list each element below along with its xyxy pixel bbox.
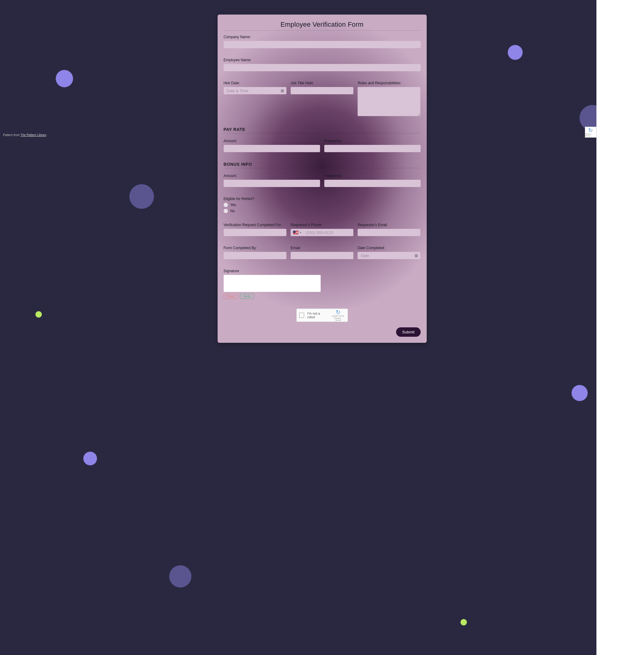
pay-frequency-field: Frequency: <box>324 139 421 152</box>
completed-by-field: Form Completed By: <box>224 246 286 259</box>
roles-field: Roles and Responsibilities: <box>358 81 420 117</box>
page-title: Employee Verification Form <box>224 21 421 28</box>
pay-frequency-input[interactable] <box>324 145 421 152</box>
company-name-field: Company Name: <box>224 35 421 48</box>
hire-date-field: Hire Date: ▦ <box>224 81 286 117</box>
date-completed-input[interactable] <box>358 252 420 259</box>
pay-rate-divider <box>224 133 421 133</box>
pay-rate-heading: PAY RATE <box>224 127 421 132</box>
date-completed-label: Date Completed: <box>358 246 420 250</box>
completion-email-input[interactable] <box>291 252 353 259</box>
employee-name-field: Employee Name: <box>224 58 421 71</box>
recaptcha-text: I'm not a robot <box>307 312 328 319</box>
signature-pad[interactable] <box>224 275 321 292</box>
hire-row: Hire Date: ▦ Job Title Held: Roles and R… <box>224 81 421 117</box>
hire-date-label: Hire Date: <box>224 81 286 85</box>
completed-for-label: Verification Request Completed For: <box>224 223 286 227</box>
recaptcha-swirl-icon: ↻ <box>588 128 593 133</box>
radio-icon <box>224 203 228 207</box>
completion-email-label: Email: <box>291 246 353 250</box>
job-title-label: Job Title Held: <box>291 81 353 85</box>
submit-row: Submit <box>224 328 421 337</box>
bonus-frequency-label: Frequency: <box>324 174 421 178</box>
pay-frequency-label: Frequency: <box>324 139 421 143</box>
recaptcha-legal: Privacy - Terms <box>334 317 342 321</box>
date-completed-field: Date Completed: ▦ <box>358 246 420 259</box>
rehire-field: Eligible for Rehire? Yes No <box>224 197 421 213</box>
company-name-label: Company Name: <box>224 35 421 39</box>
recaptcha-badge-legal: Privacy - Terms <box>585 133 596 137</box>
pay-amount-field: Amount: <box>224 139 320 152</box>
requestor-email-label: Requestor's Email <box>358 223 420 227</box>
roles-label: Roles and Responsibilities: <box>358 81 420 85</box>
rehire-label: Eligible for Rehire? <box>224 197 421 201</box>
employee-name-input[interactable] <box>224 64 421 71</box>
recaptcha-logo: ↻ reCAPTCHA Privacy - Terms <box>331 310 345 321</box>
rehire-yes-row[interactable]: Yes <box>224 203 421 207</box>
employee-name-label: Employee Name: <box>224 58 421 62</box>
completed-for-field: Verification Request Completed For: <box>224 223 286 236</box>
requestor-row: Verification Request Completed For: Requ… <box>224 223 421 236</box>
company-name-input[interactable] <box>224 41 421 48</box>
rehire-no-label: No <box>230 209 235 213</box>
bonus-frequency-field: Frequency: <box>324 174 421 187</box>
bonus-divider <box>224 168 421 168</box>
requestor-email-input[interactable] <box>358 229 420 236</box>
pay-rate-row: Amount: Frequency: <box>224 139 421 152</box>
pay-amount-input[interactable] <box>224 145 320 152</box>
bonus-amount-field: Amount: <box>224 174 320 187</box>
requestor-phone-label: Requestor's Phone: <box>291 223 353 227</box>
rehire-no-row[interactable]: No <box>224 209 421 213</box>
pattern-credit-link[interactable]: The Pattern Library <box>21 133 47 137</box>
job-title-input[interactable] <box>291 87 353 94</box>
bonus-amount-label: Amount: <box>224 174 320 178</box>
form-panel: Employee Verification Form Company Name:… <box>217 15 427 343</box>
recaptcha-swirl-icon: ↻ <box>331 310 345 315</box>
completion-email-field: Email: <box>291 246 353 259</box>
right-blank-column <box>596 0 644 655</box>
recaptcha-widget[interactable]: I'm not a robot ↻ reCAPTCHA Privacy - Te… <box>296 309 348 322</box>
bonus-amount-input[interactable] <box>224 180 320 187</box>
radio-icon <box>224 209 228 213</box>
completed-for-input[interactable] <box>224 229 286 236</box>
signature-reset-button[interactable]: Reset <box>224 294 238 299</box>
pattern-credit-prefix: Pattern from <box>3 133 21 137</box>
recaptcha-checkbox-icon <box>299 313 304 318</box>
signature-redo-button[interactable]: Redo <box>240 294 254 299</box>
completed-by-label: Form Completed By: <box>224 246 286 250</box>
completed-by-input[interactable] <box>224 252 286 259</box>
requestor-phone-input[interactable] <box>303 229 353 236</box>
requestor-phone-field: Requestor's Phone: ▾ <box>291 223 353 236</box>
chevron-down-icon: ▾ <box>300 231 301 234</box>
signature-label: Signature <box>224 269 421 273</box>
rehire-yes-label: Yes <box>230 203 236 207</box>
job-title-field: Job Title Held: <box>291 81 353 117</box>
bonus-heading: BONUS INFO <box>224 162 421 167</box>
signature-field: Signature Reset Redo <box>224 269 421 299</box>
recaptcha-brand: reCAPTCHA <box>332 315 344 317</box>
roles-textarea[interactable] <box>358 87 420 116</box>
completion-row: Form Completed By: Email: Date Completed… <box>224 246 421 259</box>
hire-date-input[interactable] <box>224 87 286 94</box>
submit-button[interactable]: Submit <box>396 328 420 337</box>
requestor-email-field: Requestor's Email <box>358 223 420 236</box>
pattern-credit: Pattern from The Pattern Library <box>3 133 46 137</box>
bonus-row: Amount: Frequency: <box>224 174 421 187</box>
recaptcha-badge: ↻ Privacy - Terms <box>585 127 596 138</box>
phone-country-selector[interactable]: ▾ <box>291 229 303 236</box>
us-flag-icon <box>293 231 299 234</box>
pay-amount-label: Amount: <box>224 139 320 143</box>
bonus-frequency-input[interactable] <box>324 180 421 187</box>
